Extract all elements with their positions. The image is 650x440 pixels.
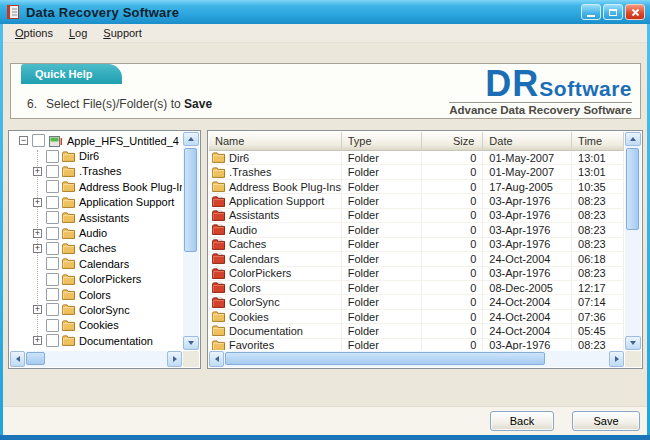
close-button[interactable] [625, 4, 645, 20]
tree-item-documentation[interactable]: +Documentation [11, 333, 182, 348]
folder-yellow-icon [212, 152, 225, 163]
tree-item-checkbox[interactable] [46, 273, 59, 286]
folder-yellow-icon [212, 325, 225, 336]
tree-item-checkbox[interactable] [46, 242, 59, 255]
folder-yellow-icon [212, 340, 225, 350]
scroll-right-icon[interactable] [609, 351, 624, 367]
file-name-cell: Audio [209, 223, 342, 236]
tree-item-checkbox[interactable] [46, 196, 59, 209]
expand-plus-icon[interactable]: + [33, 167, 42, 176]
file-name: Caches [229, 238, 266, 250]
expand-plus-icon[interactable]: + [33, 336, 42, 345]
tree-item-checkbox[interactable] [46, 165, 59, 178]
scroll-down-icon[interactable] [625, 336, 641, 350]
tree-item-checkbox[interactable] [46, 288, 59, 301]
tree-item-label: Cookies [79, 319, 119, 331]
app-icon [5, 4, 21, 20]
menu-item-support[interactable]: Support [95, 25, 150, 41]
file-row-address-book-plug-ins[interactable]: Address Book Plug-InsFolder017-Aug-20051… [209, 180, 624, 194]
file-row-calendars[interactable]: CalendarsFolder024-Oct-200406:18 [209, 252, 624, 266]
table-hscroll-thumb[interactable] [225, 352, 545, 365]
column-header-date[interactable]: Date [483, 132, 572, 151]
table-horizontal-scrollbar[interactable] [209, 351, 624, 367]
table-vertical-scrollbar[interactable] [625, 132, 641, 350]
expand-plus-icon[interactable]: + [33, 305, 42, 314]
scroll-up-icon[interactable] [625, 132, 641, 146]
collapse-minus-icon[interactable]: − [19, 136, 28, 145]
file-row-application-support[interactable]: Application SupportFolder003-Apr-197608:… [209, 194, 624, 208]
tree-item-checkbox[interactable] [46, 211, 59, 224]
scroll-right-icon[interactable] [167, 351, 182, 367]
tree-item-checkbox[interactable] [46, 150, 59, 163]
file-size: 0 [422, 194, 483, 207]
file-table-header: NameTypeSizeDateTime [209, 132, 624, 151]
tree-item-caches[interactable]: +Caches [11, 241, 182, 256]
file-row-colors[interactable]: ColorsFolder008-Dec-200512:17 [209, 281, 624, 295]
tree-item-checkbox[interactable] [46, 303, 59, 316]
menu-item-log[interactable]: Log [61, 25, 95, 41]
file-date: 03-Apr-1976 [483, 223, 572, 236]
file-time: 13:01 [572, 165, 624, 178]
expand-plus-icon[interactable]: + [33, 198, 42, 207]
tree-item-checkbox[interactable] [46, 257, 59, 270]
back-button[interactable]: Back [490, 411, 554, 431]
tree-item-cookies[interactable]: Cookies [11, 318, 182, 333]
table-vscroll-thumb[interactable] [626, 148, 639, 230]
expand-plus-icon[interactable]: + [33, 229, 42, 238]
folder-yellow-icon [212, 167, 225, 178]
folder-tree-panel: −Apple_HFS_Untitled_4Dir6+.TrashesAddres… [8, 130, 201, 369]
scroll-left-icon[interactable] [10, 351, 25, 367]
file-size: 0 [422, 295, 483, 308]
tree-item-dir6[interactable]: Dir6 [11, 148, 182, 163]
scroll-down-icon[interactable] [183, 336, 199, 350]
tree-item-colorsync[interactable]: +ColorSync [11, 302, 182, 317]
tree-horizontal-scrollbar[interactable] [10, 351, 182, 367]
column-header-type[interactable]: Type [342, 132, 423, 151]
column-header-name[interactable]: Name [209, 132, 342, 151]
maximize-button[interactable] [603, 4, 623, 20]
tree-item-apple-hfs-untitled-4[interactable]: −Apple_HFS_Untitled_4 [11, 133, 182, 148]
tree-item-checkbox[interactable] [46, 180, 59, 193]
column-header-time[interactable]: Time [572, 132, 624, 151]
file-row-documentation[interactable]: DocumentationFolder024-Oct-200405:45 [209, 324, 624, 338]
file-row-caches[interactable]: CachesFolder003-Apr-197608:23 [209, 238, 624, 252]
tree-item-colors[interactable]: Colors [11, 287, 182, 302]
tree-vscroll-thumb[interactable] [184, 148, 197, 252]
file-size: 0 [422, 281, 483, 294]
file-row-dir6[interactable]: Dir6Folder001-May-200713:01 [209, 151, 624, 165]
file-name: ColorPickers [229, 267, 291, 279]
tree-vertical-scrollbar[interactable] [183, 132, 199, 350]
file-row-audio[interactable]: AudioFolder003-Apr-197608:23 [209, 223, 624, 237]
save-button[interactable]: Save [572, 411, 640, 431]
logo-initials: DR [485, 67, 539, 101]
close-icon [631, 8, 640, 17]
file-row-colorsync[interactable]: ColorSyncFolder024-Oct-200407:14 [209, 295, 624, 309]
window-border [0, 24, 3, 440]
expand-plus-icon[interactable]: + [33, 244, 42, 253]
file-row-trashes[interactable]: .TrashesFolder001-May-200713:01 [209, 165, 624, 179]
file-row-cookies[interactable]: CookiesFolder024-Oct-200407:36 [209, 310, 624, 324]
menu-item-options[interactable]: Options [7, 25, 61, 41]
file-row-colorpickers[interactable]: ColorPickersFolder003-Apr-197608:23 [209, 267, 624, 281]
file-row-favorites[interactable]: FavoritesFolder003-Apr-197608:23 [209, 339, 624, 350]
tree-item-checkbox[interactable] [32, 134, 45, 147]
tree-item-audio[interactable]: +Audio [11, 225, 182, 240]
scroll-left-icon[interactable] [209, 351, 224, 367]
file-time: 08:23 [572, 209, 624, 222]
tree-item-checkbox[interactable] [46, 227, 59, 240]
tree-item-checkbox[interactable] [46, 319, 59, 332]
column-header-size[interactable]: Size [422, 132, 483, 151]
tree-item-address-book-plug-ins[interactable]: Address Book Plug-Ins [11, 179, 182, 194]
tree-hscroll-thumb[interactable] [26, 352, 45, 365]
file-row-assistants[interactable]: AssistantsFolder003-Apr-197608:23 [209, 209, 624, 223]
tree-item-trashes[interactable]: +.Trashes [11, 164, 182, 179]
tree-item-assistants[interactable]: Assistants [11, 210, 182, 225]
tree-item-calendars[interactable]: Calendars [11, 256, 182, 271]
scroll-up-icon[interactable] [183, 132, 199, 146]
tree-item-checkbox[interactable] [46, 334, 59, 347]
tree-item-application-support[interactable]: +Application Support [11, 195, 182, 210]
minimize-button[interactable] [581, 4, 601, 20]
tree-item-colorpickers[interactable]: ColorPickers [11, 272, 182, 287]
scrollbar-corner [183, 351, 199, 367]
file-size: 0 [422, 151, 483, 164]
